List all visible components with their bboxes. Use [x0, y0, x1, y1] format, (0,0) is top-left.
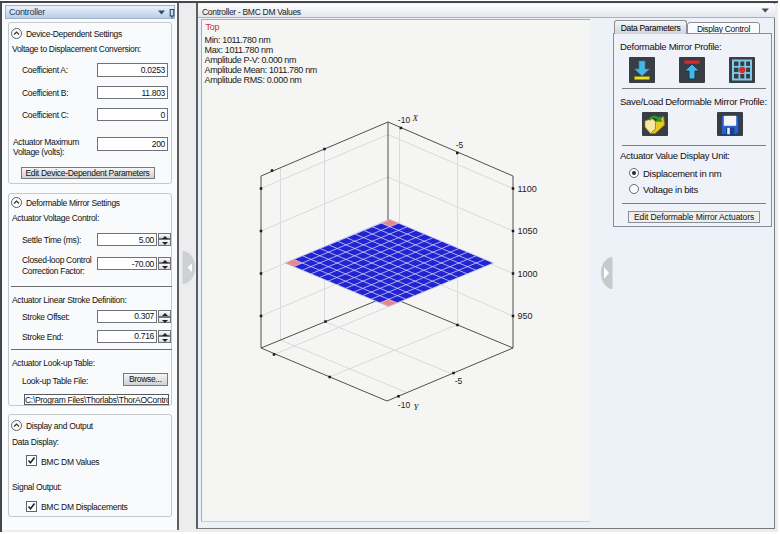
svg-text:-5: -5 — [456, 140, 464, 150]
svg-text:-10: -10 — [398, 115, 411, 125]
svg-text:-5: -5 — [455, 376, 463, 386]
svg-text:1000: 1000 — [518, 269, 538, 279]
svg-text:X: X — [412, 113, 419, 123]
svg-text:-10: -10 — [398, 400, 411, 410]
svg-text:Y: Y — [414, 402, 420, 412]
svg-text:1100: 1100 — [518, 184, 537, 194]
svg-text:950: 950 — [518, 311, 533, 321]
svg-text:1050: 1050 — [518, 226, 538, 236]
